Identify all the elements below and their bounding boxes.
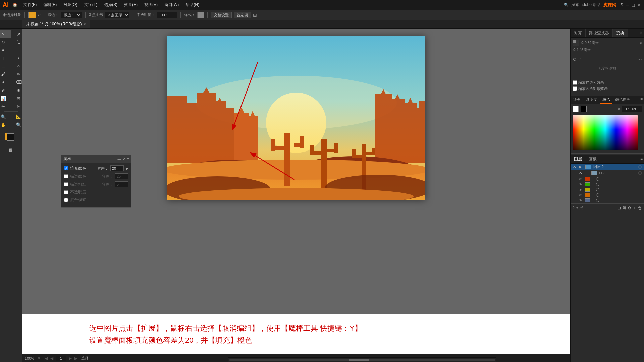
layer-yellow-row[interactable]: 👁 … <box>579 187 636 192</box>
select-tool[interactable]: ↖ <box>0 30 11 38</box>
stroke-width-input[interactable] <box>115 181 128 187</box>
zoom-tool[interactable]: 🔍 <box>11 121 22 128</box>
canvas-view-btn[interactable]: ⊡ <box>618 205 621 211</box>
doc-settings-btn[interactable]: 文档设置 <box>211 12 232 18</box>
layer-red-row[interactable]: 👁 … <box>579 177 636 181</box>
menu-window[interactable]: 窗口(W) <box>162 1 181 8</box>
panel-close-icon[interactable]: ✕ <box>638 29 644 37</box>
artboards-tab[interactable]: 画板 <box>585 155 600 163</box>
hand-tool[interactable]: ✋ <box>0 121 11 128</box>
fill-color-checkbox[interactable] <box>64 166 68 170</box>
menu-help[interactable]: 帮助(H) <box>183 1 202 8</box>
opacity-input[interactable] <box>157 12 177 18</box>
document-tab[interactable]: 未标题-1* @ 100% (RGB/预览) × <box>22 20 90 28</box>
align-tab[interactable]: 对齐 <box>571 29 586 37</box>
symbol-tool[interactable]: ✳ <box>0 103 11 110</box>
layers-panel-menu[interactable]: ≡ <box>639 155 644 163</box>
opacity-section-tab[interactable]: 透明度 <box>583 96 600 104</box>
background-color[interactable] <box>7 133 14 141</box>
menu-edit[interactable]: 编辑(E) <box>41 1 59 8</box>
close-btn[interactable]: ✕ <box>637 2 641 8</box>
layer-green-circle[interactable] <box>596 183 599 186</box>
mesh-grad-tool[interactable]: ⊠ <box>4 146 18 154</box>
back-page-btn[interactable]: ◀ <box>50 356 53 361</box>
fwd-page-btn[interactable]: ▶ <box>69 356 72 361</box>
rotate-cw-icon[interactable]: ↻ <box>573 57 577 62</box>
layer-extra-row[interactable]: 👁 … <box>579 198 636 203</box>
text-tool[interactable]: T <box>0 54 11 62</box>
more-tools[interactable]: … <box>19 146 22 154</box>
menu-file[interactable]: 文件(F) <box>21 1 39 8</box>
reflect-tool[interactable]: ⇅ <box>11 38 22 46</box>
prev-page-btn[interactable]: |◀ <box>44 356 48 361</box>
scale-strokes-checkbox[interactable] <box>573 80 577 85</box>
color-spectrum[interactable] <box>573 115 638 150</box>
page-number-input[interactable] <box>56 356 66 361</box>
layer-003-visibility[interactable]: 👁 <box>579 171 584 175</box>
layer-yellow-circle[interactable] <box>596 188 599 191</box>
layers-link-btn[interactable]: ⛓ <box>622 205 626 211</box>
white-swatch[interactable] <box>573 106 579 112</box>
eyedropper-tool[interactable]: 🔍 <box>0 113 11 120</box>
panel-close-btn[interactable]: ✕ <box>123 157 126 161</box>
delete-layer-btn[interactable]: 🗑 <box>638 205 642 211</box>
scroll-thumb[interactable] <box>349 359 369 361</box>
color-ref-tab[interactable]: 颜色参考 <box>612 96 633 104</box>
layers-tab[interactable]: 图层 <box>571 155 585 163</box>
warp-tool[interactable]: ⌀ <box>0 86 11 94</box>
menu-effect[interactable]: 效果(E) <box>121 1 140 8</box>
stroke-width-checkbox[interactable] <box>64 182 68 186</box>
menu-select[interactable]: 选择(S) <box>101 1 120 8</box>
pen-tool[interactable]: ✒ <box>0 46 11 54</box>
layer-extra-eye[interactable]: 👁 <box>579 199 583 202</box>
layer-orange-row[interactable]: 👁 … <box>579 193 636 197</box>
toolbar-expand-icon[interactable]: ⊞ <box>253 12 257 18</box>
style-swatch[interactable] <box>197 12 204 18</box>
black-swatch[interactable] <box>581 106 587 112</box>
tab-close-btn[interactable]: × <box>84 22 86 26</box>
zoom-display[interactable]: 100% <box>25 356 34 360</box>
layer-2-select-circle[interactable] <box>638 165 642 169</box>
layer-2-visibility[interactable]: 👁 <box>573 165 578 169</box>
layer-red-circle[interactable] <box>596 177 599 181</box>
fill-expand-icon[interactable]: ▶ <box>126 166 128 171</box>
pencil-tool[interactable]: ✏ <box>11 70 22 78</box>
scale-corners-checkbox[interactable] <box>573 86 577 91</box>
menu-text[interactable]: 文字(T) <box>82 1 100 8</box>
layer-003-row[interactable]: 👁 003 <box>571 170 644 176</box>
mesh-tool[interactable]: ⊟ <box>11 95 22 102</box>
layer-orange-eye[interactable]: 👁 <box>579 193 583 197</box>
gradient-tool[interactable]: ◫ <box>0 146 3 154</box>
color-panel-menu[interactable]: ≡ <box>639 96 644 104</box>
layers-settings-btn[interactable]: ⚙ <box>628 205 631 211</box>
layer-003-circle[interactable] <box>638 171 642 175</box>
point-select[interactable]: 3 点圆形 <box>105 12 129 18</box>
blend-mode-checkbox[interactable] <box>64 198 68 202</box>
paintbrush-tool[interactable]: 🖌 <box>0 70 11 78</box>
search-adobe-help[interactable]: 搜索 adobe 帮助 <box>571 2 601 8</box>
panel-menu-btn[interactable]: ≡ <box>127 157 129 161</box>
menu-object[interactable]: 对象(O) <box>61 1 80 8</box>
layer-orange-circle[interactable] <box>596 193 599 197</box>
layer-2-expand[interactable]: ▶ <box>579 165 583 169</box>
brush-select[interactable]: 撒边： <box>61 12 82 18</box>
horizontal-scrollbar[interactable] <box>228 357 496 362</box>
pathfinder-tab[interactable]: 路径查找器 <box>586 29 613 37</box>
panel-min-btn[interactable]: — <box>118 157 121 161</box>
opacity-checkbox[interactable] <box>64 190 68 194</box>
fill-tolerance-input[interactable] <box>110 165 124 171</box>
add-layer-btn[interactable]: ＋ <box>633 205 637 211</box>
stroke-tolerance-input[interactable] <box>115 173 128 179</box>
bar-graph-tool[interactable]: 📊 <box>0 95 11 102</box>
eraser-tool[interactable]: ⌫ <box>11 78 22 86</box>
hex-color-input[interactable] <box>622 106 642 112</box>
restore-btn[interactable]: □ <box>632 2 635 8</box>
tint-tab[interactable]: 淡变 <box>571 96 583 104</box>
measure-tool[interactable]: 📐 <box>11 113 22 120</box>
user-icon[interactable]: IS <box>619 3 623 7</box>
layer-extra-circle[interactable] <box>596 199 599 202</box>
minimize-btn[interactable]: ─ <box>626 2 629 8</box>
fill-color-swatch[interactable] <box>28 12 36 18</box>
layer-2-row[interactable]: 👁 ▶ 图层 2 <box>571 164 644 170</box>
more-options-icon[interactable]: ⋯ <box>637 57 642 62</box>
